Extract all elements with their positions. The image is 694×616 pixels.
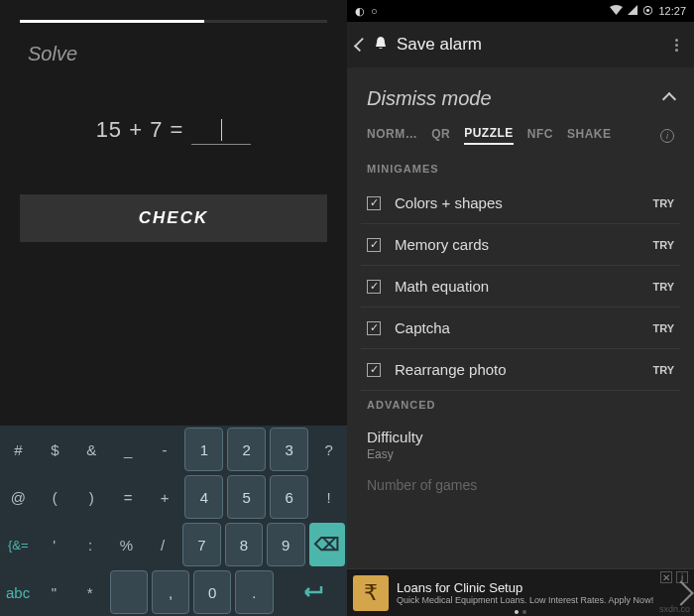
key-backspace[interactable]: ⌫ bbox=[309, 523, 345, 566]
checkbox-icon[interactable] bbox=[367, 321, 381, 335]
key-plus[interactable]: + bbox=[147, 473, 183, 521]
text-cursor bbox=[221, 119, 222, 141]
equation-text: 15 + 7 = bbox=[96, 117, 184, 143]
ad-close-icon[interactable]: ✕ bbox=[660, 571, 672, 583]
advanced-label: ADVANCED bbox=[361, 391, 680, 419]
key-amp[interactable]: & bbox=[73, 426, 110, 473]
key-8[interactable]: 8 bbox=[225, 523, 263, 566]
key-7[interactable]: 7 bbox=[182, 523, 220, 566]
key-lparen[interactable]: ( bbox=[37, 473, 73, 521]
key-exclaim[interactable]: ! bbox=[310, 473, 347, 521]
key-1[interactable]: 1 bbox=[184, 428, 223, 471]
try-button[interactable]: TRY bbox=[652, 364, 674, 376]
toolbar: Save alarm bbox=[347, 22, 694, 67]
minigame-row-rearrange[interactable]: Rearrange photo TRY bbox=[361, 349, 680, 391]
key-star[interactable]: * bbox=[71, 568, 107, 616]
key-blank[interactable] bbox=[110, 570, 148, 614]
key-slash[interactable]: / bbox=[145, 521, 180, 568]
tab-puzzle[interactable]: PUZZLE bbox=[464, 126, 514, 145]
key-at[interactable]: @ bbox=[0, 473, 37, 521]
pager-dot bbox=[515, 610, 519, 614]
ad-pager bbox=[515, 610, 526, 614]
key-colon[interactable]: : bbox=[72, 521, 108, 568]
minigame-label: Memory cards bbox=[395, 236, 489, 253]
minigame-row-math[interactable]: Math equation TRY bbox=[361, 266, 680, 308]
key-symbols[interactable]: {&= bbox=[0, 521, 36, 568]
section-title: Dismiss mode bbox=[367, 87, 492, 110]
key-rparen[interactable]: ) bbox=[73, 473, 110, 521]
key-equals[interactable]: = bbox=[110, 473, 147, 521]
answer-input[interactable] bbox=[191, 115, 251, 145]
key-question[interactable]: ? bbox=[310, 426, 347, 473]
try-button[interactable]: TRY bbox=[652, 281, 674, 293]
key-5[interactable]: 5 bbox=[227, 475, 266, 519]
key-underscore[interactable]: _ bbox=[110, 426, 147, 473]
difficulty-title: Difficulty bbox=[367, 429, 674, 445]
number-of-games-row[interactable]: Number of games bbox=[361, 471, 680, 499]
minigame-label: Captcha bbox=[395, 319, 450, 336]
equation-row: 15 + 7 = bbox=[0, 115, 347, 145]
tab-shake[interactable]: SHAKE bbox=[567, 127, 612, 144]
checkbox-icon[interactable] bbox=[367, 196, 381, 210]
toolbar-title: Save alarm bbox=[397, 35, 482, 55]
try-button[interactable]: TRY bbox=[652, 197, 674, 209]
settings-status-icon: ⦿ bbox=[642, 5, 653, 17]
minigame-label: Rearrange photo bbox=[395, 361, 507, 378]
content-area: Dismiss mode NORM… QR PUZZLE NFC SHAKE i… bbox=[347, 67, 694, 568]
checkbox-icon[interactable] bbox=[367, 238, 381, 252]
key-hash[interactable]: # bbox=[0, 426, 37, 473]
minigame-row-captcha[interactable]: Captcha TRY bbox=[361, 308, 680, 349]
key-abc[interactable]: abc bbox=[0, 568, 36, 616]
key-4[interactable]: 4 bbox=[184, 475, 223, 519]
key-dollar[interactable]: $ bbox=[37, 426, 73, 473]
key-minus[interactable]: - bbox=[147, 426, 183, 473]
podcast-icon: ◐ bbox=[355, 5, 365, 18]
overflow-menu-icon[interactable] bbox=[669, 33, 684, 58]
ad-title: Loans for Clinic Setup bbox=[397, 580, 653, 595]
key-2[interactable]: 2 bbox=[227, 428, 266, 471]
key-3[interactable]: 3 bbox=[270, 428, 308, 471]
status-time: 12:27 bbox=[658, 5, 686, 17]
difficulty-value: Easy bbox=[367, 447, 674, 461]
key-6[interactable]: 6 bbox=[270, 475, 308, 519]
check-button[interactable]: CHECK bbox=[20, 194, 327, 242]
ad-arrow-icon[interactable] bbox=[668, 580, 693, 605]
checkbox-icon[interactable] bbox=[367, 363, 381, 377]
minigames-label: MINIGAMES bbox=[361, 155, 680, 183]
try-button[interactable]: TRY bbox=[652, 239, 674, 251]
enter-icon bbox=[299, 584, 323, 600]
minigame-row-colors[interactable]: Colors + shapes TRY bbox=[361, 183, 680, 224]
alarm-settings-screen: ◐ ○ ⦿ 12:27 Save alarm Dismiss mode bbox=[347, 0, 694, 616]
tab-nfc[interactable]: NFC bbox=[527, 127, 553, 144]
progress-fill bbox=[20, 20, 204, 23]
tab-normal[interactable]: NORM… bbox=[367, 127, 417, 144]
key-enter[interactable] bbox=[276, 568, 347, 616]
difficulty-row[interactable]: Difficulty Easy bbox=[361, 419, 680, 471]
chevron-up-icon bbox=[662, 91, 676, 105]
key-quote[interactable]: " bbox=[36, 568, 71, 616]
back-icon[interactable] bbox=[354, 38, 368, 52]
key-percent[interactable]: % bbox=[108, 521, 144, 568]
dismiss-mode-header[interactable]: Dismiss mode bbox=[361, 75, 680, 122]
key-9[interactable]: 9 bbox=[267, 523, 304, 566]
wifi-icon bbox=[610, 5, 623, 17]
key-apostrophe[interactable]: ' bbox=[36, 521, 71, 568]
solve-screen: Solve 15 + 7 = CHECK # $ & _ - 1 2 3 ? @… bbox=[0, 0, 347, 616]
keyboard: # $ & _ - 1 2 3 ? @ ( ) = + 4 5 6 ! {&= … bbox=[0, 426, 347, 616]
info-icon[interactable]: i bbox=[660, 129, 674, 143]
solve-title: Solve bbox=[28, 43, 319, 65]
ad-app-icon: ₹ bbox=[353, 575, 389, 611]
try-button[interactable]: TRY bbox=[652, 322, 674, 334]
circle-icon: ○ bbox=[371, 5, 378, 18]
key-period[interactable]: . bbox=[235, 570, 273, 614]
dismiss-tabs: NORM… QR PUZZLE NFC SHAKE i bbox=[361, 122, 680, 155]
ad-banner[interactable]: ₹ Loans for Clinic Setup Quick Medical E… bbox=[347, 568, 694, 616]
minigame-row-memory[interactable]: Memory cards TRY bbox=[361, 224, 680, 266]
key-0[interactable]: 0 bbox=[193, 570, 231, 614]
checkbox-icon[interactable] bbox=[367, 280, 381, 294]
minigame-label: Math equation bbox=[395, 278, 489, 295]
key-comma[interactable]: , bbox=[152, 570, 189, 614]
progress-bar bbox=[20, 20, 327, 23]
minigame-label: Colors + shapes bbox=[395, 194, 503, 211]
tab-qr[interactable]: QR bbox=[431, 127, 450, 144]
